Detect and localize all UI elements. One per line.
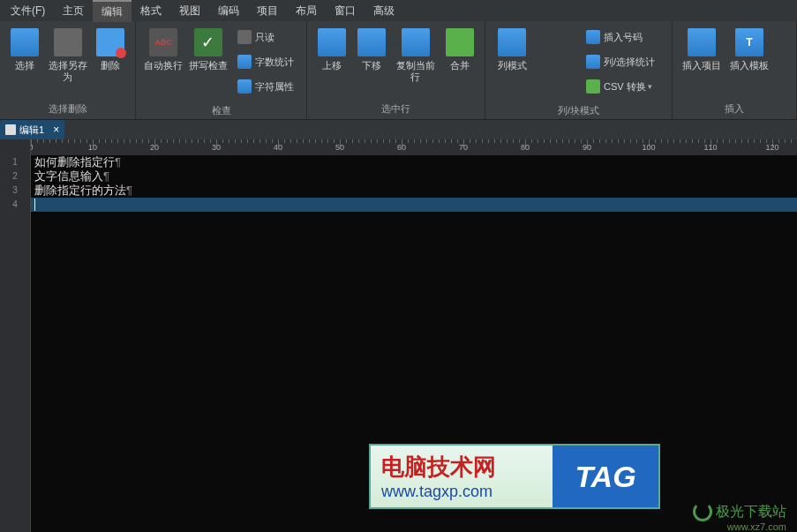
menu-window[interactable]: 窗口 — [326, 1, 365, 21]
group-label-insert: 插入 — [673, 101, 796, 119]
select-icon — [11, 28, 39, 56]
delete-button[interactable]: 删除 — [92, 25, 130, 75]
check-icon: ✓ — [194, 28, 222, 56]
column-mode-button[interactable]: 列模式 — [491, 25, 533, 75]
delete-icon — [96, 28, 124, 56]
auto-wrap-button[interactable]: ABC 自动换行 — [141, 25, 186, 75]
watermark2-url: www.xz7.com — [727, 521, 786, 532]
merge-icon — [446, 28, 474, 56]
delete-label: 删除 — [101, 60, 120, 71]
gutter-corner — [0, 139, 31, 155]
ribbon-group-check: ABC 自动换行 ✓ 拼写检查 只读 字数统计 字符属性 检查 — [136, 21, 307, 119]
insert-template-button[interactable]: T插入模板 — [726, 25, 773, 75]
csv-convert-button[interactable]: CSV 转换▾ — [583, 76, 658, 97]
line-number-gutter: 1 2 3 4 — [0, 155, 31, 532]
insert-item-button[interactable]: 插入项目 — [678, 25, 726, 75]
text-line-current — [31, 198, 797, 212]
ribbon-group-insert: 插入项目 T插入模板 插入 — [673, 21, 797, 119]
move-up-button[interactable]: 上移 — [312, 25, 351, 75]
column-stats-button[interactable]: 列/选择统计 — [583, 51, 658, 72]
save-selection-label: 选择另存为 — [45, 60, 89, 83]
insert-number-icon — [586, 30, 600, 44]
menu-project[interactable]: 项目 — [248, 1, 287, 21]
insert-item-icon — [688, 28, 716, 56]
move-down-label: 下移 — [362, 60, 381, 71]
csv-convert-label: CSV 转换 — [604, 80, 646, 94]
char-properties-button[interactable]: 字符属性 — [234, 76, 297, 97]
insert-item-label: 插入项目 — [682, 60, 721, 71]
tab-close-icon[interactable]: × — [53, 124, 59, 136]
column-stats-label: 列/选择统计 — [604, 56, 655, 69]
line-number: 1 — [0, 155, 30, 169]
menu-format[interactable]: 格式 — [132, 1, 170, 21]
text-cursor — [34, 199, 35, 211]
arrow-down-icon — [357, 28, 386, 56]
ribbon-group-selected-line: 上移 下移 复制当前行 合并 选中行 — [307, 21, 485, 119]
word-count-button[interactable]: 字数统计 — [234, 51, 297, 72]
file-icon — [5, 124, 16, 135]
tabbar: 编辑1 × — [0, 120, 797, 139]
readonly-icon — [237, 30, 252, 44]
menubar: 文件(F) 主页 编辑 格式 视图 编码 项目 布局 窗口 高级 — [0, 0, 797, 21]
group-label-selected-line: 选中行 — [307, 101, 485, 119]
merge-label: 合并 — [450, 60, 470, 71]
select-label: 选择 — [15, 60, 34, 71]
watermark-tagxp: 电脑技术网 www.tagxp.com TAG — [369, 444, 660, 509]
move-down-button[interactable]: 下移 — [351, 25, 390, 75]
duplicate-line-button[interactable]: 复制当前行 — [391, 25, 440, 86]
chevron-down-icon: ▾ — [648, 82, 652, 91]
watermark-tag-badge: TAG — [553, 446, 658, 507]
char-props-label: 字符属性 — [255, 80, 294, 94]
text-line: 文字信息输入¶ — [31, 169, 797, 184]
tab-label: 编辑1 — [19, 124, 44, 137]
move-up-label: 上移 — [322, 60, 342, 71]
swirl-icon — [693, 502, 712, 521]
group-label-select-delete: 选择删除 — [0, 101, 135, 119]
save-selection-as-button[interactable]: 选择另存为 — [43, 25, 91, 86]
select-button[interactable]: 选择 — [5, 25, 43, 75]
line-number: 2 — [0, 169, 30, 184]
menu-encoding[interactable]: 编码 — [209, 1, 248, 21]
csv-icon — [586, 79, 600, 94]
auto-wrap-label: 自动换行 — [144, 60, 183, 71]
column-stats-icon — [586, 55, 600, 69]
column-mode-label: 列模式 — [498, 60, 527, 71]
arrow-up-icon — [318, 28, 346, 56]
spell-check-label: 拼写检查 — [189, 60, 228, 71]
menu-layout[interactable]: 布局 — [287, 1, 326, 21]
group-label-check: 检查 — [136, 102, 306, 121]
readonly-button[interactable]: 只读 — [234, 26, 297, 48]
ribbon-group-select-delete: 选择 选择另存为 删除 选择删除 — [0, 21, 136, 119]
line-number: 3 — [0, 184, 30, 198]
text-line: 如何删除指定行¶ — [31, 155, 797, 169]
insert-number-button[interactable]: 插入号码 — [583, 26, 658, 48]
word-count-icon — [237, 55, 252, 69]
ribbon-group-column-mode: 列模式 插入号码 列/选择统计 CSV 转换▾ 列/块模式 — [485, 21, 673, 119]
ruler: 0102030405060708090100110120 — [31, 139, 797, 155]
word-count-label: 字数统计 — [255, 56, 294, 69]
menu-home[interactable]: 主页 — [54, 1, 93, 21]
line-number: 4 — [0, 198, 30, 212]
duplicate-label: 复制当前行 — [393, 60, 439, 83]
duplicate-icon — [402, 28, 430, 56]
insert-template-label: 插入模板 — [730, 60, 769, 71]
readonly-label: 只读 — [255, 31, 274, 44]
menu-edit[interactable]: 编辑 — [93, 0, 132, 22]
document-tab[interactable]: 编辑1 × — [0, 120, 64, 139]
watermark-url: www.tagxp.com — [381, 483, 553, 501]
menu-advanced[interactable]: 高级 — [365, 1, 403, 21]
spell-check-button[interactable]: ✓ 拼写检查 — [186, 25, 231, 75]
menu-file[interactable]: 文件(F) — [2, 1, 54, 21]
ribbon: 选择 选择另存为 删除 选择删除 ABC 自动换行 ✓ 拼写检查 — [0, 21, 797, 120]
char-props-icon — [237, 79, 252, 94]
watermark-title: 电脑技术网 — [381, 452, 553, 483]
template-icon: T — [735, 28, 763, 56]
column-icon — [498, 28, 526, 56]
merge-button[interactable]: 合并 — [440, 25, 479, 75]
watermark-xz7: 极光下载站 www.xz7.com — [693, 502, 786, 521]
menu-view[interactable]: 视图 — [170, 1, 209, 21]
group-label-column-mode: 列/块模式 — [485, 102, 672, 121]
watermark2-title: 极光下载站 — [716, 503, 786, 521]
insert-number-label: 插入号码 — [604, 31, 643, 44]
text-line: 删除指定行的方法¶ — [31, 184, 797, 198]
